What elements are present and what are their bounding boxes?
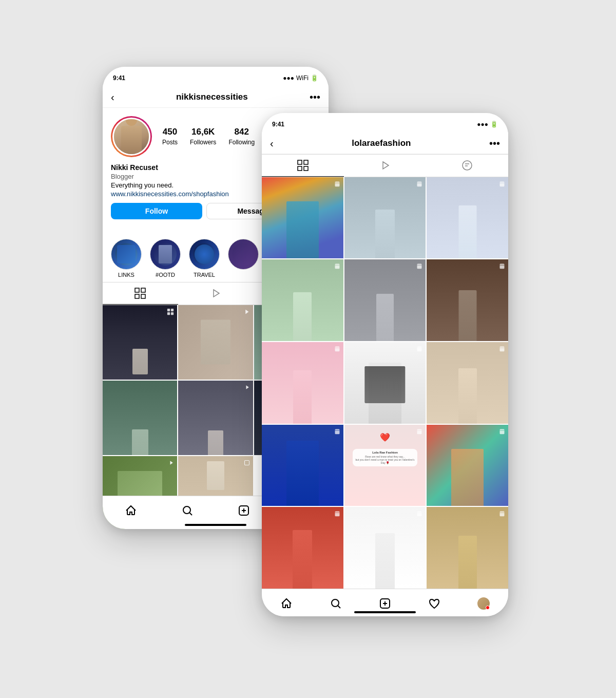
- highlight-links[interactable]: LINKS: [111, 239, 142, 278]
- nav-home-back[interactable]: [121, 500, 141, 521]
- front-phone-username: lolaraefashion: [352, 138, 411, 148]
- grid-item-front-13[interactable]: [262, 507, 343, 589]
- status-bar-back: 9:41 ●●● WiFi 🔋: [103, 67, 329, 89]
- more-options-front[interactable]: •••: [489, 138, 500, 149]
- grid-badge-front-8: [416, 345, 422, 353]
- svg-marker-11: [245, 309, 248, 314]
- svg-rect-20: [304, 160, 308, 164]
- grid-item-back-2[interactable]: [178, 305, 253, 380]
- grid-badge-front-9: [499, 345, 505, 353]
- home-icon-back: [125, 504, 137, 517]
- grid-item-front-14[interactable]: [344, 507, 426, 589]
- svg-point-25: [332, 599, 339, 607]
- grid-badge-front-10: [334, 428, 340, 436]
- profile-avatar-nav: [476, 596, 491, 611]
- more-options-back[interactable]: •••: [310, 91, 320, 103]
- search-icon-back: [181, 504, 194, 517]
- grid-item-front-7[interactable]: [262, 342, 343, 424]
- grid-badge-front-4: [334, 262, 340, 271]
- grid-item-front-12[interactable]: [427, 425, 508, 506]
- highlight-travel[interactable]: TRAVEL: [189, 239, 220, 278]
- front-phone: 9:41 ●●● 🔋 ‹ lolaraefashion •••: [262, 113, 508, 616]
- reels-icon-front: [379, 160, 391, 171]
- posts-grid-front: Lola Rae Fashion Rose are red know what …: [262, 177, 508, 589]
- highlight-more-circle: [228, 239, 259, 270]
- tab-bar-front: [262, 154, 508, 177]
- nav-heart-front[interactable]: [424, 593, 445, 614]
- nav-home-front[interactable]: [276, 593, 297, 614]
- back-button-front[interactable]: ‹: [270, 138, 274, 149]
- grid-badge-back-1: [167, 308, 174, 317]
- posts-stat[interactable]: 450 Posts: [162, 127, 178, 146]
- heart-icon-front: [428, 597, 440, 610]
- nav-search-front[interactable]: [325, 593, 346, 614]
- nav-search-back[interactable]: [177, 500, 198, 521]
- tab-tagged-front[interactable]: [426, 155, 508, 177]
- following-stat[interactable]: 842 Following: [228, 127, 255, 146]
- grid-badge-front-3: [499, 180, 505, 188]
- svg-rect-0: [135, 288, 139, 292]
- grid-badge-back-8: [244, 459, 250, 467]
- svg-rect-9: [167, 312, 170, 314]
- grid-badge-front-6: [499, 262, 505, 271]
- svg-rect-1: [141, 288, 145, 292]
- svg-marker-14: [170, 461, 173, 465]
- svg-rect-2: [135, 294, 139, 298]
- grid-badge-front-14: [416, 510, 422, 518]
- front-phone-header: ‹ lolaraefashion •••: [262, 136, 508, 154]
- grid-item-back-1[interactable]: [103, 305, 177, 380]
- grid-item-front-10[interactable]: [262, 425, 343, 506]
- avatar-back[interactable]: [111, 116, 152, 157]
- nav-profile-front[interactable]: [473, 593, 494, 614]
- tab-grid-back[interactable]: [103, 282, 178, 305]
- highlight-ootd-label: #OOTD: [156, 272, 175, 278]
- home-indicator-back: [185, 524, 246, 526]
- highlight-travel-label: TRAVEL: [194, 272, 215, 278]
- grid-item-front-9[interactable]: [427, 342, 508, 424]
- follow-button[interactable]: Follow: [111, 203, 202, 219]
- followers-stat[interactable]: 16,6K Followers: [190, 127, 216, 146]
- svg-rect-8: [171, 308, 174, 311]
- grid-item-front-3[interactable]: [427, 177, 508, 259]
- grid-badge-back-7: [168, 459, 174, 467]
- svg-marker-4: [214, 290, 219, 297]
- back-button[interactable]: ‹: [111, 91, 114, 103]
- grid-item-front-11[interactable]: Lola Rae Fashion Rose are red know what …: [344, 425, 426, 506]
- svg-point-24: [463, 161, 472, 170]
- highlight-ootd[interactable]: #OOTD: [150, 239, 181, 278]
- svg-rect-21: [298, 166, 302, 171]
- home-icon-front: [280, 597, 293, 610]
- grid-item-front-6[interactable]: [427, 259, 508, 341]
- highlight-more[interactable]: [228, 239, 259, 278]
- tab-reels-back[interactable]: [178, 282, 254, 305]
- add-icon-front: [379, 597, 391, 610]
- svg-rect-19: [298, 160, 302, 164]
- tab-reels-front[interactable]: [344, 155, 426, 177]
- add-icon-back: [238, 504, 250, 517]
- tagged-icon-front: [461, 160, 473, 171]
- grid-item-back-4[interactable]: [103, 381, 177, 455]
- grid-item-back-5[interactable]: [178, 381, 253, 455]
- back-phone-header: ‹ nikkisnecessities •••: [103, 89, 329, 108]
- grid-badge-front-15: [499, 510, 505, 518]
- svg-rect-22: [304, 166, 308, 171]
- tab-grid-front[interactable]: [262, 155, 344, 177]
- highlight-ootd-circle: [150, 239, 181, 270]
- highlight-links-circle: [111, 239, 142, 270]
- grid-item-front-1[interactable]: [262, 177, 343, 259]
- svg-marker-23: [383, 162, 389, 169]
- search-icon-front: [330, 597, 342, 610]
- reels-icon-back: [210, 288, 221, 299]
- grid-item-front-4[interactable]: [262, 259, 343, 341]
- grid-item-front-15[interactable]: [427, 507, 508, 589]
- svg-point-16: [183, 506, 190, 514]
- svg-marker-12: [246, 385, 248, 389]
- grid-item-front-8[interactable]: [344, 342, 426, 424]
- grid-item-front-5[interactable]: [344, 259, 426, 341]
- stats-row: 450 Posts 16,6K Followers 842 Following: [162, 127, 255, 146]
- grid-badge-front-12: [499, 428, 505, 436]
- grid-item-front-2[interactable]: [344, 177, 426, 259]
- grid-badge-front-5: [416, 262, 422, 271]
- nav-add-back[interactable]: [234, 500, 254, 521]
- grid-badge-back-2: [243, 308, 250, 317]
